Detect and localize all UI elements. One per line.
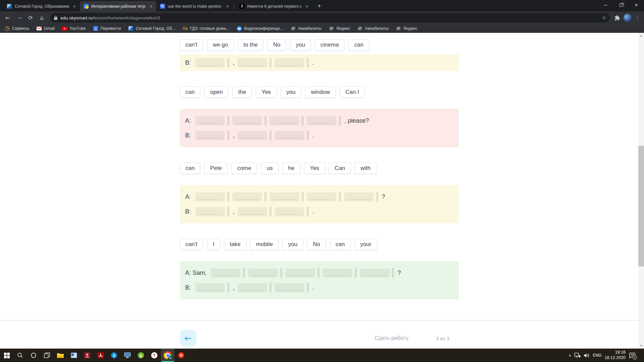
extensions-puzzle-icon[interactable]	[614, 15, 620, 21]
word-chip[interactable]: you	[282, 239, 303, 250]
answer-blank[interactable]	[270, 116, 299, 125]
word-chip[interactable]: Pete	[204, 163, 227, 174]
answer-blank[interactable]	[248, 268, 278, 278]
profile-avatar[interactable]	[624, 14, 632, 22]
submit-work-button[interactable]: Сдать работу	[375, 335, 409, 341]
answer-blank[interactable]	[307, 192, 336, 201]
taskview-taskbar-icon[interactable]	[40, 349, 54, 362]
answer-blank[interactable]	[195, 207, 225, 216]
scroll-up-icon[interactable]: ▲	[638, 33, 644, 39]
utorrent-taskbar-icon[interactable]: µ	[134, 349, 148, 362]
word-chip[interactable]: with	[355, 163, 376, 174]
browser-menu-icon[interactable]: ⋮	[635, 15, 640, 21]
maximize-button[interactable]	[613, 0, 629, 10]
word-chip[interactable]: the	[232, 86, 252, 98]
chrome-taskbar-icon[interactable]	[161, 349, 174, 362]
yandexbrowser-taskbar-icon[interactable]: Я	[174, 349, 188, 362]
scrollbar[interactable]: ▲ ▼	[638, 33, 644, 349]
word-chip[interactable]: to the	[238, 39, 264, 51]
word-chip[interactable]: can	[348, 39, 369, 51]
word-chip[interactable]: No	[307, 239, 326, 250]
answer-blank[interactable]	[275, 131, 304, 140]
bookmark-item[interactable]: Авиабилеты	[290, 26, 321, 31]
answer-blank[interactable]	[275, 283, 304, 292]
word-chip[interactable]: No	[267, 39, 286, 51]
answer-blank[interactable]	[237, 58, 267, 67]
bookmark-item[interactable]: Яндекс	[396, 26, 417, 31]
search-taskbar-icon[interactable]	[13, 349, 27, 362]
reload-button[interactable]: ⟳	[25, 13, 36, 23]
answer-blank[interactable]	[323, 268, 352, 278]
word-chip[interactable]: Can I	[340, 86, 365, 98]
action-center-icon[interactable]: 1	[629, 352, 636, 359]
answer-blank[interactable]	[275, 58, 304, 67]
word-chip[interactable]: your	[355, 239, 377, 250]
word-chip[interactable]: you	[290, 39, 311, 51]
bookmark-item[interactable]: Видеоконференци...	[237, 26, 283, 31]
answer-blank[interactable]	[195, 131, 225, 140]
word-chip[interactable]: can	[330, 239, 351, 250]
word-chip[interactable]: we go	[207, 39, 233, 51]
word-chip[interactable]: open	[204, 86, 228, 98]
bookmark-item[interactable]: Сетевой Город. Об...	[128, 26, 175, 31]
bookmark-item[interactable]: Авиабилеты	[358, 26, 388, 31]
browser-tab[interactable]: use the world to make qestion a✕	[156, 1, 233, 11]
speaker-icon[interactable]	[584, 353, 590, 358]
tray-expand-icon[interactable]: ∧	[569, 353, 571, 358]
word-chip[interactable]: can	[180, 163, 200, 174]
skype-taskbar-icon[interactable]: S	[107, 349, 121, 362]
tab-close-icon[interactable]: ✕	[225, 4, 230, 9]
bookmark-item[interactable]: GzГДЗ: готовые дома...	[183, 26, 229, 31]
browser-tab[interactable]: Сетевой Город. Образование. Д✕	[3, 1, 80, 11]
word-chip[interactable]: can't	[180, 39, 203, 51]
word-chip[interactable]: window	[305, 86, 336, 98]
answer-blank[interactable]	[360, 268, 389, 278]
tab-close-icon[interactable]: ✕	[148, 4, 154, 9]
answer-blank[interactable]	[195, 192, 225, 201]
word-chip[interactable]: Can	[329, 163, 351, 174]
answer-blank[interactable]	[285, 268, 315, 278]
address-bar[interactable]: edu.skysmart.ru /lesson/homework/dogovur…	[50, 13, 610, 22]
scrollbar-thumb[interactable]	[638, 146, 644, 266]
word-chip[interactable]: come	[231, 163, 257, 174]
answer-blank[interactable]	[275, 207, 304, 216]
bookmark-item[interactable]: Gmail	[37, 26, 55, 31]
minimize-button[interactable]	[598, 0, 613, 10]
browser-tab[interactable]: Интерактивная рабочая тетрад✕	[80, 1, 156, 11]
word-chip[interactable]: I	[207, 239, 220, 250]
word-chip[interactable]: he	[282, 163, 300, 174]
answer-blank[interactable]	[307, 116, 336, 125]
answer-blank[interactable]	[211, 268, 240, 278]
people-taskbar-icon[interactable]	[67, 349, 80, 362]
answer-blank[interactable]	[195, 58, 225, 67]
bookmark-item[interactable]: Яндекс	[329, 26, 350, 31]
home-button[interactable]: ⌂	[37, 13, 47, 23]
tab-close-icon[interactable]: ✕	[72, 4, 77, 9]
answer-blank[interactable]	[344, 192, 374, 201]
word-chip[interactable]: mobile	[250, 239, 278, 250]
bookmark-item[interactable]: Сервисы	[5, 26, 29, 31]
forward-button[interactable]: →	[14, 13, 24, 23]
browser-tab[interactable]: 3Имеется 6 деталей первого сор✕	[236, 1, 312, 11]
bookmark-item[interactable]: AПеревести	[93, 26, 121, 31]
new-tab-button[interactable]: +	[315, 2, 324, 10]
monitor-taskbar-icon[interactable]	[121, 349, 134, 362]
tab-close-icon[interactable]: ✕	[304, 4, 310, 9]
back-button[interactable]: ←	[3, 13, 13, 23]
media-taskbar-icon[interactable]	[80, 349, 94, 362]
yapp-taskbar-icon[interactable]: Y	[148, 349, 161, 362]
scroll-down-icon[interactable]: ▼	[638, 343, 644, 349]
language-indicator[interactable]: ENG	[593, 353, 601, 358]
clock[interactable]: 19:16 18.12.2020	[604, 350, 626, 360]
word-chip[interactable]: can	[180, 86, 200, 98]
word-chip[interactable]: you	[281, 86, 301, 98]
word-chip[interactable]: cinema	[315, 39, 344, 51]
explorer-taskbar-icon[interactable]	[54, 349, 67, 362]
word-chip[interactable]: Yes	[256, 86, 277, 98]
answer-blank[interactable]	[195, 116, 225, 125]
answer-blank[interactable]	[237, 207, 267, 216]
bookmark-item[interactable]: YouTube	[62, 26, 86, 31]
answer-blank[interactable]	[237, 283, 267, 292]
answer-blank[interactable]	[270, 192, 299, 201]
word-chip[interactable]: Yes	[304, 163, 325, 174]
